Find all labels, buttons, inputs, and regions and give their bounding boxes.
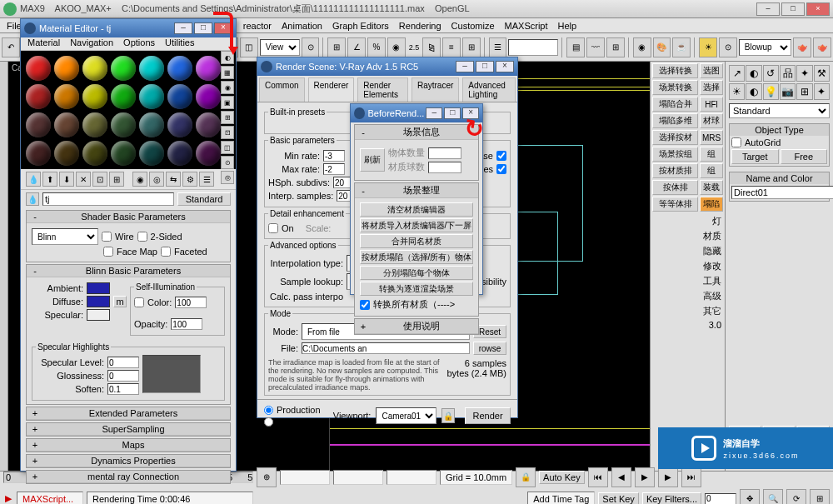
mray-rollout[interactable]: mental ray Connection <box>40 472 227 482</box>
ext-rollout[interactable]: Extended Parameters <box>40 408 227 418</box>
angle-snap-icon[interactable]: ∠ <box>347 37 366 57</box>
render-close-button[interactable]: × <box>496 61 514 72</box>
material-swatch-26[interactable] <box>167 141 192 166</box>
material-swatch-18[interactable] <box>139 112 164 137</box>
scene-info-title[interactable]: 场景信息 <box>368 126 475 138</box>
material-swatch-6[interactable] <box>196 56 221 81</box>
maxscript-cell[interactable]: MAXScript... <box>17 492 83 505</box>
collapse-mat-button[interactable]: 按材质塌陷（选择/所有）物体 <box>360 250 473 264</box>
mat-side-icon-4[interactable]: ⊞ <box>221 111 234 124</box>
teapot-icon[interactable]: 🫖 <box>793 37 811 57</box>
named-sel-input[interactable] <box>508 39 558 56</box>
material-swatch-25[interactable] <box>139 141 164 166</box>
production-radio[interactable] <box>264 406 273 415</box>
mat-menu-material[interactable]: Material <box>22 37 65 50</box>
cn-list-3[interactable]: 修改 <box>703 260 721 272</box>
add-time-tag[interactable]: Add Time Tag <box>527 492 595 505</box>
diffuse-m-button[interactable]: m <box>113 296 127 307</box>
play-prev-icon[interactable]: ◀ <box>611 467 631 487</box>
named-sel-icon[interactable]: ☰ <box>489 37 507 57</box>
layer-icon[interactable]: ▤ <box>566 37 585 57</box>
selfillum-spin[interactable] <box>175 297 207 308</box>
material-swatch-27[interactable] <box>196 141 221 166</box>
mat-options-icon[interactable]: ⚙ <box>182 172 197 187</box>
material-swatch-7[interactable] <box>26 84 51 109</box>
material-swatch-8[interactable] <box>54 84 79 109</box>
cn-btn-6a[interactable]: 按材质排 <box>652 163 698 178</box>
cn-btn-1a[interactable]: 场景转换 <box>652 80 698 95</box>
snap-icon[interactable]: ⊞ <box>327 37 346 57</box>
teapot2-icon[interactable]: 🫖 <box>813 37 831 57</box>
ref-coord-select[interactable]: View <box>260 39 300 56</box>
obj-name-input[interactable] <box>731 186 833 199</box>
activeshade-radio[interactable] <box>264 417 273 427</box>
cp-sub3-icon[interactable]: 💡 <box>763 83 779 100</box>
shader-select[interactable]: Blinn <box>32 228 98 245</box>
convert-scene-button[interactable]: 转换为逐道渲染场景 <box>360 282 473 296</box>
material-swatch-2[interactable] <box>82 56 107 81</box>
autogrid-checkbox[interactable] <box>731 137 741 147</box>
render-min-button[interactable]: – <box>456 61 474 72</box>
cp-category-select[interactable]: Standard <box>729 103 830 118</box>
menu-animation[interactable]: Animation <box>277 21 327 31</box>
scene-clean-title[interactable]: 场景整理 <box>368 184 475 197</box>
cn-btn-3a[interactable]: 塌陷多维 <box>652 113 698 128</box>
y-coord[interactable] <box>333 470 383 485</box>
cn-list-2[interactable]: 隐藏 <box>703 245 721 257</box>
dyn-rollout[interactable]: Dynamics Properties <box>40 456 227 466</box>
cn-btn-4b[interactable]: MRS <box>700 130 723 145</box>
quick-render-icon[interactable]: ☕ <box>672 37 691 57</box>
cn-btn-7b[interactable]: 装载 <box>700 180 723 195</box>
render-titlebar[interactable]: Render Scene: V-Ray Adv 1.5 RC5 – □ × <box>257 57 517 76</box>
cp-tab-create-icon[interactable]: ↗ <box>729 65 745 82</box>
schematic-icon[interactable]: ⊞ <box>606 37 625 57</box>
menu-maxscript[interactable]: MAXScript <box>500 21 553 31</box>
align-icon[interactable]: ≡ <box>442 37 461 57</box>
material-swatch-24[interactable] <box>111 141 136 166</box>
facemap-checkbox[interactable] <box>103 247 113 257</box>
browse-button[interactable]: rowse <box>473 342 506 355</box>
mat-copy-icon[interactable]: ⊡ <box>92 172 107 187</box>
material-swatch-23[interactable] <box>82 141 107 166</box>
clear-mat-button[interactable]: 清空材质编辑器 <box>360 202 473 217</box>
play-icon[interactable]: ▶ <box>635 467 655 487</box>
mirror-icon[interactable]: ⧎ <box>422 37 441 57</box>
cn-list-5[interactable]: 高级 <box>703 290 721 302</box>
convert-all-check[interactable] <box>360 300 370 310</box>
scale-icon[interactable]: ◫ <box>240 37 258 57</box>
tab-raytracer[interactable]: Raytracer <box>412 77 459 102</box>
left-toolstrip[interactable] <box>0 62 8 471</box>
render-scene-icon[interactable]: 🎨 <box>653 37 671 57</box>
cn-btn-8b[interactable]: 塌陷 <box>700 197 723 212</box>
mat-side-icon-1[interactable]: ▦ <box>221 66 234 79</box>
tab-renderer[interactable]: Renderer <box>308 77 355 102</box>
mat-count-input[interactable] <box>428 162 461 173</box>
faceted-checkbox[interactable] <box>161 247 171 257</box>
play-end-icon[interactable]: ⏭ <box>681 467 701 487</box>
material-swatch-5[interactable] <box>167 56 192 81</box>
material-swatch-14[interactable] <box>26 112 51 137</box>
material-swatch-10[interactable] <box>111 84 136 109</box>
maxrate-input[interactable] <box>323 163 345 175</box>
render-button[interactable]: Render <box>465 407 511 424</box>
percent-snap-icon[interactable]: % <box>367 37 386 57</box>
menu-customize[interactable]: Customize <box>446 21 500 31</box>
mat-put-icon[interactable]: ⬆ <box>42 172 57 187</box>
close-button[interactable]: × <box>806 2 830 16</box>
refresh-button[interactable]: 刷新 <box>360 148 385 172</box>
detail-on-check[interactable] <box>268 223 278 233</box>
mat-make-icon[interactable]: ⊞ <box>109 172 124 187</box>
mat-side-icon-5[interactable]: ⊡ <box>221 126 234 139</box>
nav-pan-icon[interactable]: ✥ <box>740 489 760 505</box>
before-titlebar[interactable]: BeforeRend... – □ × <box>351 104 482 122</box>
material-swatch-11[interactable] <box>139 84 164 109</box>
cp-sub4-icon[interactable]: 📷 <box>780 83 796 100</box>
specular-color[interactable] <box>87 309 110 321</box>
mat-nav-icon[interactable]: ⇆ <box>166 172 181 187</box>
mat-assign-icon[interactable]: ⬇ <box>59 172 74 187</box>
material-swatch-17[interactable] <box>111 112 136 137</box>
material-swatch-0[interactable] <box>26 56 51 81</box>
nav-max-icon[interactable]: ⊞ <box>810 489 830 505</box>
material-swatch-16[interactable] <box>82 112 107 137</box>
cp-tab-utility-icon[interactable]: ⚒ <box>814 65 830 82</box>
